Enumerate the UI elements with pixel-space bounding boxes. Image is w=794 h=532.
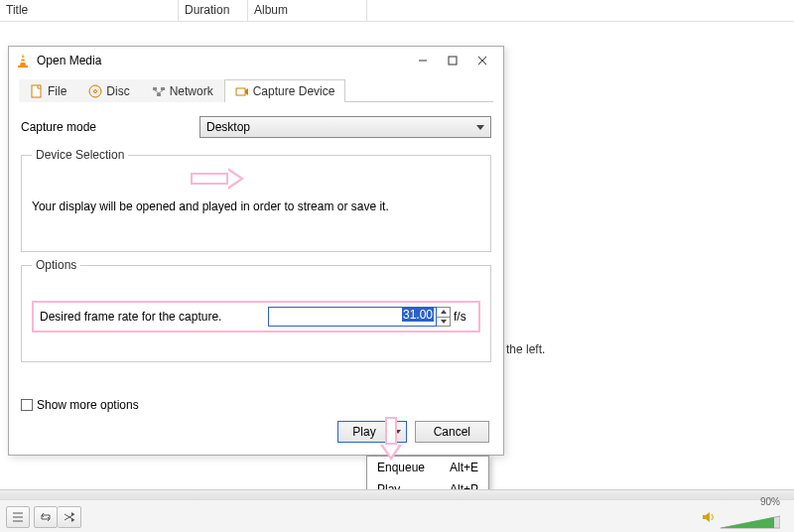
col-title[interactable]: Title <box>0 0 179 21</box>
menu-accel: Alt+E <box>450 461 478 474</box>
fps-unit: f/s <box>454 310 466 324</box>
tabs: File Disc Network Capture Device <box>19 78 493 102</box>
svg-rect-5 <box>449 57 457 65</box>
svg-rect-12 <box>161 87 165 90</box>
fps-row-highlight: Desired frame rate for the capture. 31.0… <box>32 301 480 332</box>
svg-marker-23 <box>703 512 710 522</box>
volume-percent: 90% <box>760 496 780 507</box>
titlebar: Open Media <box>9 47 503 74</box>
playlist-icon <box>11 511 25 523</box>
loop-button[interactable] <box>34 506 58 528</box>
tab-disc-label: Disc <box>106 84 129 98</box>
col-album[interactable]: Album <box>248 0 367 21</box>
svg-rect-13 <box>157 93 161 96</box>
volume-slider[interactable] <box>721 514 780 530</box>
svg-rect-3 <box>21 62 26 64</box>
options-legend: Options <box>32 258 80 272</box>
svg-rect-1 <box>18 66 28 67</box>
capture-mode-select[interactable]: Desktop <box>199 116 491 138</box>
fps-input[interactable]: 31.00 <box>268 307 437 327</box>
capture-mode-label: Capture mode <box>21 120 199 134</box>
network-icon <box>152 84 166 98</box>
volume-control[interactable]: 90% <box>701 503 780 530</box>
device-selection-group: Device Selection Your display will be op… <box>21 148 491 252</box>
toggle-playlist-button[interactable] <box>6 506 30 528</box>
maximize-button[interactable] <box>438 49 467 72</box>
svg-rect-11 <box>153 87 157 90</box>
spin-up-icon[interactable] <box>437 308 450 318</box>
show-more-label: Show more options <box>37 398 139 412</box>
show-more-options[interactable]: Show more options <box>21 398 491 412</box>
dialog-title: Open Media <box>37 54 101 67</box>
loop-icon <box>39 511 53 523</box>
spin-down-icon[interactable] <box>437 318 450 327</box>
seek-bar[interactable] <box>0 490 794 500</box>
annotation-arrow-capture-mode <box>191 169 246 189</box>
vlc-cone-icon <box>15 53 31 68</box>
tab-file[interactable]: File <box>19 79 77 102</box>
chevron-down-icon <box>476 125 484 130</box>
svg-rect-2 <box>21 58 25 60</box>
cancel-button-label: Cancel <box>416 425 488 439</box>
options-group: Options Desired frame rate for the captu… <box>21 258 491 362</box>
file-icon <box>30 84 44 98</box>
menu-label: Enqueue <box>377 461 425 474</box>
svg-point-10 <box>94 90 97 93</box>
shuffle-icon <box>63 511 76 523</box>
open-media-dialog: Open Media File Disc Network Capture Dev… <box>8 46 504 456</box>
disc-icon <box>88 84 102 98</box>
device-selection-legend: Device Selection <box>32 148 128 162</box>
svg-line-15 <box>159 90 163 93</box>
capture-mode-value: Desktop <box>206 120 250 134</box>
tab-disc[interactable]: Disc <box>77 79 140 102</box>
col-duration[interactable]: Duration <box>179 0 248 21</box>
annotation-arrow-play <box>381 417 401 462</box>
checkbox-icon[interactable] <box>21 399 33 411</box>
svg-line-14 <box>155 90 159 93</box>
tab-capture-label: Capture Device <box>253 84 335 98</box>
svg-rect-8 <box>32 85 41 97</box>
minimize-button[interactable] <box>408 49 438 72</box>
fps-value: 31.00 <box>402 308 434 322</box>
device-selection-text: Your display will be opened and played i… <box>32 200 389 213</box>
speaker-icon <box>701 510 717 524</box>
fps-label: Desired frame rate for the capture. <box>40 310 268 324</box>
shuffle-button[interactable] <box>58 506 81 528</box>
tab-capture-device[interactable]: Capture Device <box>224 79 346 102</box>
capture-device-icon <box>235 84 249 98</box>
svg-rect-16 <box>236 88 245 95</box>
svg-marker-0 <box>20 54 26 66</box>
tab-network-label: Network <box>170 84 213 98</box>
playlist-header: Title Duration Album <box>0 0 794 22</box>
tab-file-label: File <box>48 84 66 98</box>
fps-spinner[interactable] <box>437 307 451 327</box>
cancel-button[interactable]: Cancel <box>415 421 489 443</box>
close-button[interactable] <box>467 49 497 72</box>
player-toolbar: 90% <box>0 489 794 532</box>
tab-network[interactable]: Network <box>141 79 224 102</box>
